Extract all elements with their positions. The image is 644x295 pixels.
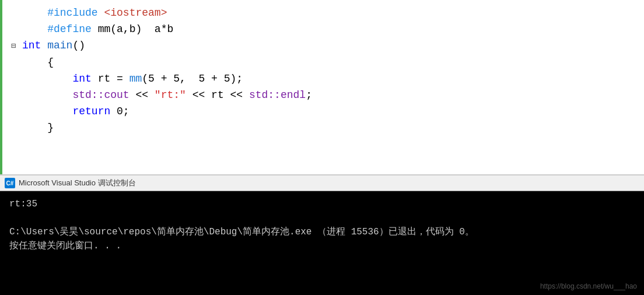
keyword-int: int [22, 37, 41, 54]
string-rt: "rt:" [155, 87, 186, 103]
code-span: <iostream> [104, 5, 167, 21]
code-line-1: #include <iostream> [5, 5, 644, 21]
console-body: rt:35 C:\Users\吴昊\source\repos\简单内存池\Deb… [0, 191, 644, 295]
code-area: #include <iostream> #define mm(a,b) a*b … [0, 0, 644, 141]
code-span: #include [47, 5, 97, 21]
keyword-return: return [72, 103, 110, 120]
code-line-8: } [5, 120, 644, 136]
console-header: C# Microsoft Visual Studio 调试控制台 [0, 175, 644, 191]
code-line-5: int rt = mm(5 + 5, 5 + 5); [5, 71, 644, 87]
code-span [22, 103, 72, 120]
console-line-2: C:\Users\吴昊\source\repos\简单内存池\Debug\简单内… [9, 225, 635, 239]
code-span [22, 5, 47, 21]
code-line-3: ⊟ int main() [5, 37, 644, 54]
code-span: { [22, 54, 54, 71]
std-cout: std::cout [72, 87, 129, 103]
console-output: rt:35 C:\Users\吴昊\source\repos\简单内存池\Deb… [9, 197, 635, 253]
code-span [22, 71, 72, 87]
collapse-icon[interactable]: ⊟ [11, 38, 16, 54]
std-endl: std::endl [249, 87, 306, 103]
console-line-1: rt:35 [9, 197, 635, 211]
console-icon: C# [5, 178, 15, 188]
console-title: Microsoft Visual Studio 调试控制台 [19, 178, 136, 188]
code-span [22, 87, 72, 103]
code-span [98, 5, 104, 21]
code-span: rt = [92, 71, 130, 87]
code-line-4: { [5, 54, 644, 71]
watermark: https://blog.csdn.net/wu___hao [540, 282, 637, 290]
code-span: () [72, 37, 85, 54]
code-span: (5 + 5, 5 + 5); [142, 71, 243, 87]
keyword-int: int [72, 71, 91, 87]
console-line-blank [9, 211, 635, 225]
code-span: 0; [110, 103, 129, 120]
code-editor: #include <iostream> #define mm(a,b) a*b … [0, 0, 644, 175]
code-span: mm(a,b) a*b [92, 21, 173, 37]
code-line-6: std::cout << "rt:" << rt << std::endl; [5, 87, 644, 103]
code-line-2: #define mm(a,b) a*b [5, 21, 644, 37]
code-span: #define [47, 21, 92, 37]
console-line-3: 按任意键关闭此窗口. . . [9, 239, 635, 253]
code-span [22, 21, 47, 37]
code-span: << rt << [186, 87, 249, 103]
code-span: } [22, 120, 54, 136]
code-span [41, 37, 47, 54]
function-main: main [47, 37, 72, 54]
gutter-3[interactable]: ⊟ [5, 38, 22, 54]
code-span: ; [306, 87, 312, 103]
macro-mm: mm [130, 71, 142, 87]
code-line-7: return 0; [5, 103, 644, 120]
code-span: << [130, 87, 155, 103]
